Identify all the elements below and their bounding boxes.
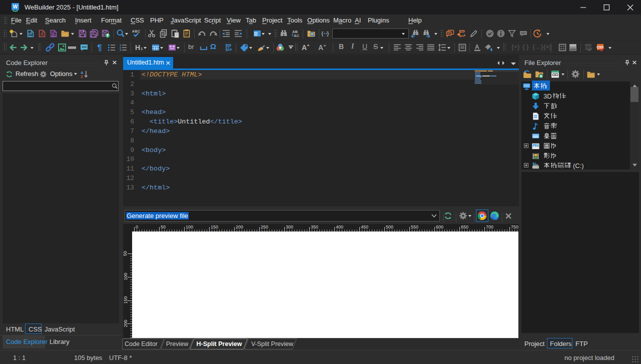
svg-text:H-Split Preview: H-Split Preview xyxy=(197,340,242,348)
svg-text:Code Editor: Code Editor xyxy=(125,340,158,348)
svg-text:Preview: Preview xyxy=(166,340,189,348)
svg-text:V-Split Preview: V-Split Preview xyxy=(251,340,294,348)
svg-text:W: W xyxy=(13,4,18,10)
